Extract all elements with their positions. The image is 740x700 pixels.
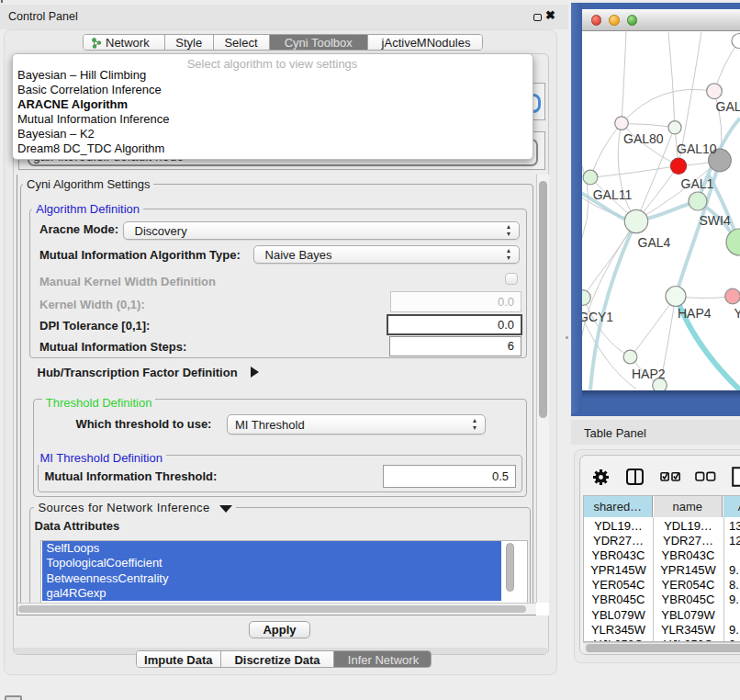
svg-text:GAL80: GAL80 <box>623 131 664 146</box>
svg-text:GAL7: GAL7 <box>716 98 740 113</box>
svg-text:GCY1: GCY1 <box>582 310 613 324</box>
svg-text:GAL11: GAL11 <box>593 186 633 201</box>
svg-text:Y: Y <box>734 305 740 320</box>
svg-text:GAL10: GAL10 <box>677 141 717 155</box>
svg-text:GAL4: GAL4 <box>638 234 671 249</box>
svg-text:SWI4: SWI4 <box>700 213 731 228</box>
svg-text:HAP2: HAP2 <box>632 366 666 380</box>
svg-text:HAP4: HAP4 <box>678 306 712 321</box>
svg-text:GAL1: GAL1 <box>681 175 714 190</box>
